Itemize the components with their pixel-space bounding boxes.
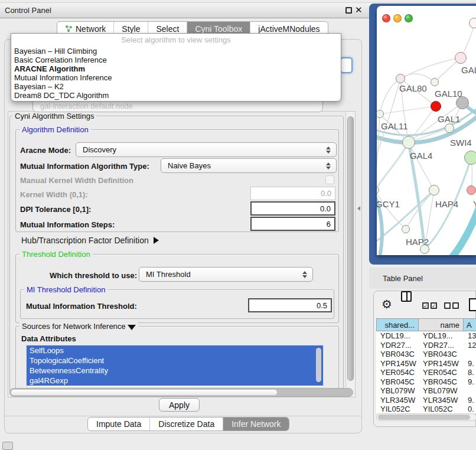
network-node-y[interactable] <box>467 185 476 195</box>
hub-definition-label: Hub/Transcription Factor Definition <box>21 236 149 245</box>
dropdown-item[interactable]: Dream8 DC_TDC Algorithm <box>11 91 341 100</box>
network-node-gal80[interactable] <box>396 74 405 83</box>
table-scrollbar-thumb[interactable] <box>378 415 470 420</box>
table-row[interactable]: YBR045CYBR045C9. <box>376 377 476 387</box>
float-window-icon[interactable] <box>345 7 352 14</box>
dpi-tolerance-value: 0.0 <box>320 204 331 213</box>
close-traffic-light-icon[interactable] <box>382 14 390 22</box>
tab-discretize-data[interactable]: Discretize Data <box>149 418 223 431</box>
aracne-mode-label: Aracne Mode: <box>20 146 71 155</box>
network-node[interactable] <box>445 123 454 133</box>
collapsed-panel-icon[interactable] <box>2 442 13 450</box>
zoom-traffic-light-icon[interactable] <box>405 14 413 22</box>
table-row[interactable]: YER054CYER054C8. <box>376 368 476 377</box>
chevron-right-icon <box>154 237 159 244</box>
minimize-traffic-light-icon[interactable] <box>393 14 402 22</box>
mi-threshold-field[interactable]: 0.5 <box>248 298 332 312</box>
table-row[interactable]: YIL052CYIL052C0. <box>376 405 476 413</box>
attribute-item[interactable]: BetweennessCentrality <box>27 366 323 376</box>
horizontal-scrollbar-thumb[interactable] <box>11 389 278 396</box>
table-row[interactable]: YDR27...YDR27...12 <box>376 341 476 350</box>
two-column-view-icon[interactable] <box>401 291 412 302</box>
table-row[interactable]: YPR145WYPR145W9. <box>376 359 476 369</box>
which-threshold-label: Which threshold to use: <box>50 271 137 280</box>
attribute-item[interactable]: gal4RGexp <box>27 376 323 386</box>
dropdown-item[interactable]: Basic Correlation Inference <box>11 56 341 64</box>
column-header-name[interactable]: name <box>419 318 464 331</box>
table-cell: YBR043C <box>376 350 419 359</box>
network-node-gal[interactable] <box>455 52 467 64</box>
node-label: HAP4 <box>435 199 458 209</box>
mi-algorithm-type-label: Mutual Information Algorithm Type: <box>20 162 149 171</box>
mi-algorithm-type-select[interactable]: Naive Bayes <box>161 158 337 173</box>
unchecked-box-icon[interactable] <box>452 302 459 309</box>
table-cell <box>464 386 476 396</box>
checked-box-icon[interactable]: ✓ <box>422 302 429 309</box>
dropdown-item[interactable]: Mutual Information Inference <box>11 73 341 82</box>
table-cell: 9. <box>464 359 476 369</box>
kernel-width-label: Kernel Width (0,1): <box>20 190 88 199</box>
column-header-shared-name[interactable]: shared... <box>376 318 419 331</box>
dropdown-prompt: Select algorithm to view settings <box>11 34 341 47</box>
unchecked-box-icon[interactable] <box>444 302 451 309</box>
vertical-scrollbar-thumb[interactable] <box>347 116 354 381</box>
threshold-definition-title: Threshold Definition <box>19 250 93 259</box>
apply-button[interactable]: Apply <box>159 398 200 412</box>
table-horizontal-scrollbar[interactable] <box>376 413 476 421</box>
network-node[interactable] <box>456 96 469 109</box>
sources-title-text: Sources for Network Inference <box>22 322 126 331</box>
node-label: GAL <box>461 65 476 75</box>
network-node-gal10[interactable] <box>431 78 439 86</box>
dropdown-item[interactable]: Bayesian – Hill Climbing <box>11 47 341 56</box>
network-node-hap4[interactable] <box>429 185 439 195</box>
gear-icon[interactable]: ⚙ <box>382 297 392 311</box>
mi-threshold-label: Mutual Information Threshold: <box>26 302 137 311</box>
checked-box-icon[interactable]: ✓ <box>431 302 437 309</box>
dropdown-item[interactable]: Bayesian – K2 <box>11 82 341 91</box>
data-attributes-label: Data Attributes <box>21 334 76 343</box>
table-body[interactable]: YDL19...YDL19...13YDR27...YDR27...12YBR0… <box>376 331 476 413</box>
table-cell: 12 <box>464 341 476 350</box>
network-icon <box>65 25 73 32</box>
column-header-partial[interactable]: A <box>464 318 476 331</box>
network-node-gal4[interactable] <box>402 136 415 149</box>
table-row[interactable]: YBR043CYBR043C <box>376 350 476 359</box>
close-icon[interactable]: ✕ <box>355 5 363 15</box>
kernel-width-value: 0.0 <box>321 189 331 198</box>
table-row[interactable]: YLR345WYLR345W9. <box>376 396 476 405</box>
node-label: GAL80 <box>399 83 427 93</box>
network-node-hap2[interactable] <box>402 225 410 233</box>
kernel-width-field[interactable]: 0.0 <box>250 187 335 200</box>
data-attributes-list[interactable]: SelfLoopsTopologicalCoefficientBetweenne… <box>26 345 324 387</box>
aracne-mode-select[interactable]: Discovery <box>76 142 337 157</box>
table-row[interactable]: YDL19...YDL19...13 <box>376 331 476 341</box>
dpi-tolerance-field[interactable]: 0.0 <box>250 201 335 216</box>
splitter-handle-icon[interactable] <box>357 206 360 211</box>
network-node[interactable] <box>420 244 429 254</box>
network-node-gal1[interactable] <box>431 101 441 112</box>
tab-infer-network[interactable]: Infer Network <box>223 418 289 431</box>
tab-impute-data[interactable]: Impute Data <box>88 418 149 431</box>
new-table-icon[interactable] <box>469 298 476 311</box>
network-node[interactable] <box>469 18 476 28</box>
attribute-item[interactable]: SelfLoops <box>27 345 323 356</box>
collection-combo-value: gal-interaction default node <box>40 102 133 110</box>
list-scrollbar-thumb[interactable] <box>316 348 321 382</box>
mi-steps-field[interactable]: 6 <box>250 217 335 231</box>
tab-style-label: Style <box>122 24 140 34</box>
panel-divider <box>5 416 361 416</box>
hub-definition-toggle[interactable]: Hub/Transcription Factor Definition <box>21 236 159 245</box>
horizontal-scrollbar[interactable] <box>9 388 353 397</box>
network-window[interactable]: GALGAL80GAL10GAL1GAL11GAL4SWI4GCY1HAP4YH… <box>377 6 476 255</box>
manual-kernel-width-label: Manual Kernel Width Definition <box>20 176 133 185</box>
attribute-item[interactable]: TopologicalCoefficient <box>27 356 323 366</box>
network-node-swi4[interactable] <box>464 151 476 165</box>
vertical-scrollbar[interactable] <box>345 112 355 397</box>
sources-group-title[interactable]: Sources for Network Inference <box>19 322 138 331</box>
dropdown-item-selected[interactable]: ARACNE Algorithm <box>11 64 341 73</box>
manual-kernel-width-checkbox[interactable] <box>325 175 334 184</box>
focused-button[interactable] <box>340 57 353 73</box>
table-row[interactable]: YBL079WYBL079W <box>376 386 476 396</box>
which-threshold-value: MI Threshold <box>146 270 191 279</box>
which-threshold-select[interactable]: MI Threshold <box>139 267 313 282</box>
